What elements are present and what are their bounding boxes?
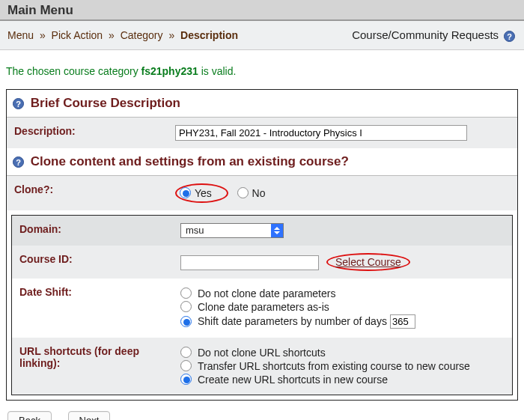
url-opt-2[interactable]: Create new URL shortcuts in new course (180, 374, 505, 386)
crumb-category[interactable]: Category (121, 29, 163, 41)
dateshift-opt-1[interactable]: Clone date parameters as-is (180, 301, 505, 313)
select-course-highlight: Select Course (326, 253, 410, 271)
breadcrumb: Menu » Pick Action » Category » Descript… (7, 29, 238, 41)
radio-icon (180, 287, 192, 299)
dateshift-opt-0-label: Do not clone date parameters (198, 287, 335, 299)
section-description-title: Brief Course Description (31, 96, 180, 110)
section-clone-header: ? Clone content and settings from an exi… (7, 148, 517, 176)
clone-details-table: Domain: msu Course ID: Select Course (12, 216, 512, 395)
requests-link[interactable]: Course/Community Requests (352, 28, 499, 41)
status-message: The chosen course category fs21phy231 is… (0, 50, 524, 89)
radio-icon (237, 187, 249, 198)
crumb-description: Description (180, 29, 238, 41)
domain-value: msu (181, 224, 271, 237)
clone-yes-label: Yes (195, 187, 212, 199)
crumb-sep: » (165, 29, 177, 41)
page-title: Main Menu (7, 3, 517, 18)
dateshift-opt-2-label: Shift date parameters by number of days (198, 315, 387, 327)
clone-label: Clone?: (7, 176, 168, 210)
url-opt-2-label: Create new URL shortcuts in new course (198, 374, 388, 386)
description-input[interactable] (175, 125, 467, 141)
section-clone-title: Clone content and settings from an exist… (31, 154, 349, 168)
domain-label: Domain: (12, 216, 173, 246)
courseid-label: Course ID: (12, 246, 173, 279)
clone-details-panel: Domain: msu Course ID: Select Course (11, 215, 513, 395)
url-opt-1[interactable]: Transfer URL shortcuts from existing cou… (180, 360, 505, 372)
crumb-pick-action[interactable]: Pick Action (52, 29, 103, 41)
help-icon[interactable]: ? (504, 31, 515, 42)
clone-table: Clone?: Yes No (7, 176, 517, 210)
clone-no-radio[interactable]: No (237, 187, 266, 199)
msg-suffix: is valid. (198, 65, 237, 77)
clone-yes-highlight: Yes (175, 183, 228, 203)
clone-yes-radio[interactable]: Yes (180, 187, 212, 199)
radio-icon (180, 301, 192, 312)
url-opt-1-label: Transfer URL shortcuts from existing cou… (198, 360, 470, 372)
crumb-sep: » (37, 29, 49, 41)
back-button[interactable]: Back (7, 411, 52, 420)
help-icon[interactable]: ? (13, 98, 24, 109)
main-panel: ? Brief Course Description Description: … (6, 89, 518, 401)
courseid-input[interactable] (180, 255, 319, 270)
radio-icon (180, 187, 191, 198)
help-icon[interactable]: ? (13, 156, 24, 168)
section-description-header: ? Brief Course Description (7, 90, 517, 118)
radio-icon (180, 374, 192, 385)
msg-code: fs21phy231 (141, 65, 198, 77)
crumb-menu[interactable]: Menu (7, 29, 34, 41)
requests-link-wrap: Course/Community Requests ? (352, 28, 515, 42)
url-label: URL shortcuts (for deep linking): (12, 338, 173, 395)
next-button[interactable]: Next (68, 411, 111, 420)
domain-select[interactable]: msu (180, 223, 284, 238)
header-bar: Main Menu (0, 0, 524, 21)
dateshift-opt-2[interactable]: Shift date parameters by number of days (180, 314, 505, 329)
breadcrumb-row: Menu » Pick Action » Category » Descript… (0, 21, 524, 50)
msg-prefix: The chosen course category (6, 65, 141, 77)
description-label: Description: (7, 118, 168, 148)
crumb-sep: » (106, 29, 118, 41)
days-input[interactable] (390, 314, 415, 329)
radio-icon (180, 360, 192, 371)
dateshift-opt-0[interactable]: Do not clone date parameters (180, 287, 505, 299)
select-arrow-icon (271, 224, 283, 237)
select-course-link[interactable]: Select Course (335, 256, 401, 268)
url-opt-0-label: Do not clone URL shortcuts (198, 347, 326, 359)
clone-no-label: No (252, 187, 266, 199)
radio-icon (180, 347, 192, 358)
footer-buttons: Back Next (0, 401, 524, 420)
dateshift-opt-1-label: Clone date parameters as-is (198, 301, 329, 313)
description-table: Description: (7, 118, 517, 148)
dateshift-label: Date Shift: (12, 279, 173, 338)
radio-icon (180, 316, 192, 327)
url-opt-0[interactable]: Do not clone URL shortcuts (180, 347, 505, 359)
